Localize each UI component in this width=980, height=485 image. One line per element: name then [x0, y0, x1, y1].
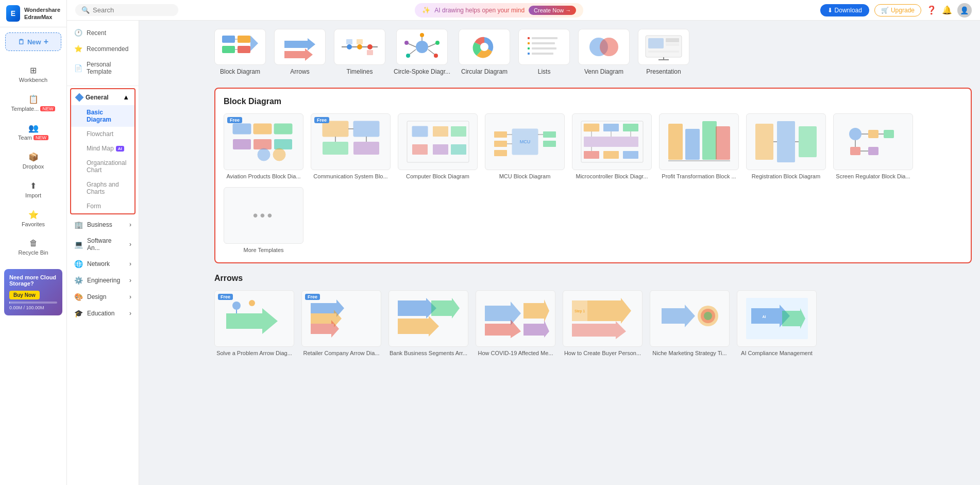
svg-line-19	[428, 43, 436, 47]
nav-personal-template[interactable]: 📄 Personal Template	[67, 57, 139, 79]
svg-point-26	[406, 54, 410, 58]
block-diagram-section: Block Diagram Free	[214, 88, 972, 263]
flowchart-label: Flowchart	[87, 130, 113, 138]
templates-label: Template...	[11, 106, 39, 112]
nav-education[interactable]: 🎓 Education ›	[67, 305, 139, 322]
graphs-charts-label: Graphs and Charts	[87, 181, 119, 195]
template-computer-block[interactable]: Computer Block Diagram	[398, 113, 478, 180]
personal-template-label: Personal Template	[87, 61, 131, 75]
cat-thumb-presentation[interactable]: Presentation	[638, 29, 689, 75]
svg-line-21	[428, 49, 435, 55]
help-icon[interactable]: ❓	[926, 5, 937, 15]
nav-sub-graphs-charts[interactable]: Graphs and Charts	[71, 177, 134, 199]
svg-rect-49	[254, 139, 272, 149]
cat-thumb-circular[interactable]: Circular Diagram	[459, 29, 510, 75]
sidebar-item-recycle[interactable]: 🗑 Recycle Bin	[4, 235, 62, 260]
user-avatar[interactable]: 👤	[957, 3, 972, 18]
sidebar-item-workbench[interactable]: ⊞ Workbench	[4, 61, 62, 87]
arrows-templates-grid: Free Solve a Problem Arrow Diag... Free	[214, 290, 972, 357]
nav-divider-1	[67, 86, 139, 86]
sidebar-item-templates[interactable]: 📋 Template... NEW	[4, 90, 62, 116]
sidebar-item-dropbox[interactable]: 📦 Dropbox	[4, 148, 62, 174]
cat-thumb-block-diagram[interactable]: Block Diagram	[214, 29, 266, 75]
notifications-icon[interactable]: 🔔	[942, 5, 952, 15]
sidebar-item-favorites[interactable]: ⭐ Favorites	[4, 206, 62, 231]
svg-point-24	[404, 41, 409, 45]
template-retailer-company[interactable]: Free Retailer Company Arrow Dia...	[301, 290, 381, 357]
search-input[interactable]	[93, 6, 170, 14]
search-box[interactable]: 🔍	[75, 4, 178, 16]
free-badge-2: Free	[314, 117, 329, 123]
ai-banner[interactable]: ✨ AI drawing helps open your mind Create…	[415, 3, 583, 18]
svg-point-129	[704, 312, 712, 320]
svg-rect-64	[412, 144, 428, 155]
nav-network[interactable]: 🌐 Network ›	[67, 256, 139, 272]
template-ai-compliance[interactable]: AI AI Compliance Management	[737, 290, 817, 357]
template-buyer-persona[interactable]: Step 1 How to Create Buyer Person...	[563, 290, 643, 357]
cat-thumb-lists[interactable]: Lists	[518, 29, 570, 75]
nav-sub-mind-map[interactable]: Mind Map AI	[71, 141, 134, 156]
cat-thumb-arrows[interactable]: Arrows	[274, 29, 326, 75]
new-button[interactable]: 🗒 New +	[5, 32, 61, 51]
cat-thumb-timelines[interactable]: Timelines	[334, 29, 385, 75]
svg-rect-62	[433, 126, 448, 137]
svg-point-22	[434, 54, 438, 58]
nav-sub-flowchart[interactable]: Flowchart	[71, 127, 134, 141]
template-screen-regulator-thumb	[833, 113, 913, 170]
sidebar-nav: ⊞ Workbench 📋 Template... NEW 👥 Team NEW…	[0, 56, 66, 265]
template-registration-thumb	[746, 113, 826, 170]
svg-marker-117	[431, 298, 460, 319]
template-microcontroller[interactable]: Microcontroller Block Diagr...	[572, 113, 652, 180]
template-mcu[interactable]: MCU MCU Block Diagram	[485, 113, 565, 180]
new-icon: 🗒	[18, 38, 25, 46]
template-registration[interactable]: Registration Block Diagram	[746, 113, 826, 180]
template-niche-label: Niche Marketing Strategy Ti...	[650, 349, 730, 357]
template-communication[interactable]: Free Communication System Blo...	[311, 113, 391, 180]
template-profit-transformation[interactable]: Profit Transformation Block ...	[659, 113, 739, 180]
upgrade-button[interactable]: 🛒 Upgrade	[874, 4, 921, 16]
template-niche-marketing[interactable]: Niche Marketing Strategy Ti...	[650, 290, 730, 357]
template-solve-problem[interactable]: Free Solve a Problem Arrow Diag...	[214, 290, 294, 357]
svg-rect-84	[623, 151, 638, 159]
ai-create-now-button[interactable]: Create Now →	[529, 6, 576, 15]
network-chevron: ›	[129, 260, 131, 267]
free-badge-arrow-1: Free	[218, 294, 233, 300]
category-thumbnails-row: Block Diagram Arrows	[214, 29, 972, 77]
template-screen-regulator-label: Screen Regulator Block Dia...	[833, 173, 913, 180]
svg-rect-80	[623, 124, 638, 131]
template-communication-thumb: Free	[311, 113, 391, 170]
template-bank-business[interactable]: Bank Business Segments Arr...	[388, 290, 468, 357]
cat-thumb-lists-label: Lists	[538, 68, 551, 75]
cat-thumb-circle-spoke[interactable]: Circle-Spoke Diagr...	[394, 29, 450, 75]
nav-design[interactable]: 🎨 Design ›	[67, 289, 139, 305]
cat-thumb-venn[interactable]: Venn Diagram	[578, 29, 630, 75]
svg-rect-30	[528, 42, 530, 44]
upgrade-icon: 🛒	[881, 7, 889, 14]
nav-recent[interactable]: 🕐 Recent	[67, 25, 139, 41]
arrows-section-title: Arrows	[214, 274, 972, 283]
nav-recommended[interactable]: ⭐ Recommended	[67, 41, 139, 57]
svg-rect-13	[346, 39, 352, 44]
template-registration-label: Registration Block Diagram	[746, 173, 826, 180]
nav-business[interactable]: 🏢 Business ›	[67, 216, 139, 233]
sidebar-item-import[interactable]: ⬆ Import	[4, 177, 62, 203]
sidebar-item-team[interactable]: 👥 Team NEW	[4, 119, 62, 145]
ai-banner-text: AI drawing helps open your mind	[434, 7, 525, 14]
nav-sub-org-chart[interactable]: Organizational Chart	[71, 156, 134, 177]
download-button[interactable]: ⬇ Download	[820, 4, 869, 16]
nav-software-an[interactable]: 💻 Software An... ›	[67, 233, 139, 256]
general-header[interactable]: General ▲	[71, 89, 134, 105]
buy-now-button[interactable]: Buy Now	[9, 291, 40, 299]
template-covid[interactable]: How COVID-19 Affected Me...	[476, 290, 555, 357]
nav-sub-basic-diagram[interactable]: Basic Diagram	[71, 105, 134, 127]
nav-sub-form[interactable]: Form	[71, 199, 134, 213]
download-label: Download	[835, 7, 862, 14]
engineering-chevron: ›	[129, 277, 131, 284]
svg-marker-8	[284, 48, 313, 61]
svg-point-20	[435, 41, 440, 45]
business-icon: 🏢	[74, 221, 83, 229]
template-aviation-products[interactable]: Free Aviation Products Block Dia...	[224, 113, 303, 180]
template-screen-regulator[interactable]: Screen Regulator Block Dia...	[833, 113, 913, 180]
template-more[interactable]: ••• More Templates	[224, 187, 303, 254]
nav-engineering[interactable]: ⚙️ Engineering ›	[67, 272, 139, 289]
